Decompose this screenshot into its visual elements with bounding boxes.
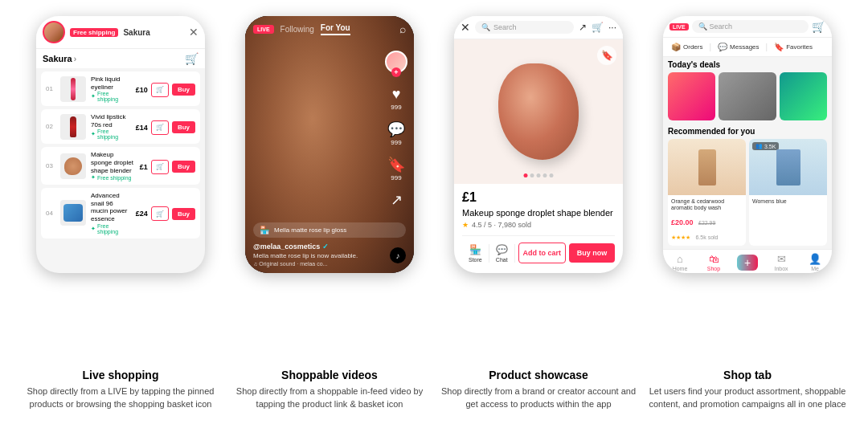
plus-icon: +: [737, 255, 758, 271]
rec-item-2[interactable]: 👥 3.5K Womens blue: [749, 139, 827, 246]
product-link-bar[interactable]: 🏪 Mella matte rose lip gloss: [253, 222, 406, 238]
search-bar[interactable]: 🔍 Search: [475, 21, 574, 34]
favorites-label: Favorites: [786, 43, 813, 51]
more-icon[interactable]: ···: [608, 22, 616, 33]
video-bottom-bar: 🏪 Mella matte rose lip gloss @melaa_cosm…: [245, 216, 414, 273]
deal-item-2[interactable]: [719, 72, 776, 120]
buy-button[interactable]: Buy: [172, 208, 195, 220]
deal-item-1[interactable]: [668, 72, 715, 120]
shop-icon: 🏪: [260, 226, 269, 234]
price-row: £1 🛒 Buy: [140, 160, 195, 174]
viewers-count: 3.5K: [764, 144, 776, 149]
creator-username[interactable]: @melaa_cosmetics ✓: [253, 243, 406, 251]
comment-button[interactable]: 💬 999: [387, 120, 405, 146]
viewers-icon: 👥: [755, 143, 763, 149]
feature-desc-3: Shop directly from a brand or creator ac…: [439, 385, 638, 411]
following-tab[interactable]: Following: [280, 25, 314, 34]
eyeliner-image: [60, 76, 86, 102]
sponge-image: [60, 153, 86, 179]
close-icon[interactable]: ✕: [461, 21, 470, 34]
rec-price-row-1: £20.00 £22.99: [671, 214, 743, 228]
shoppable-videos-label: Shoppable videos Shop directly from a sh…: [230, 369, 429, 411]
sakura-link[interactable]: Sakura: [43, 54, 72, 63]
cart-icon[interactable]: 🛒: [185, 52, 199, 65]
product-link-text: Mella matte rose lip gloss: [274, 226, 399, 234]
orders-nav-item[interactable]: 📦 Orders: [668, 41, 706, 53]
messages-icon: 💬: [718, 43, 727, 51]
phone1-wrapper: Free shipping Sakura ✕ Sakura › 🛒 01 Pin…: [36, 16, 205, 273]
phone2-wrapper: LIVE Following For You ⌕ + ♥ 999 💬 999: [245, 16, 414, 273]
share-button[interactable]: ↗: [391, 191, 403, 209]
recommended-grid: Orange & cedarwood aromatic body wash £2…: [668, 139, 827, 246]
rec-item-1[interactable]: Orange & cedarwood aromatic body wash £2…: [668, 139, 746, 246]
add-cart-icon[interactable]: 🛒: [151, 83, 169, 97]
add-to-cart-button[interactable]: Add to cart: [518, 243, 566, 263]
bookmark-button[interactable]: 🔖 999: [387, 156, 405, 181]
store-button[interactable]: 🏪 Store: [462, 244, 489, 263]
dot-1[interactable]: [524, 173, 528, 177]
shoppable-videos-col: LIVE Following For You ⌕ + ♥ 999 💬 999: [230, 16, 429, 359]
close-icon[interactable]: ✕: [189, 26, 199, 39]
dot-4[interactable]: [543, 173, 547, 177]
feature-title-3: Product showcase: [439, 369, 638, 381]
dot-5[interactable]: [550, 173, 554, 177]
add-cart-icon[interactable]: 🛒: [151, 160, 169, 174]
add-cart-icon[interactable]: 🛒: [151, 120, 169, 135]
product-price: £1: [462, 190, 615, 205]
follow-plus-icon[interactable]: +: [391, 67, 401, 77]
shop-nav-item[interactable]: 🛍 Shop: [697, 253, 731, 271]
jeans-image: [776, 149, 800, 186]
shop-tab-col: LIVE 🔍 Search 🛒 📦 Orders | 💬 Messages: [648, 16, 847, 359]
product-number: 02: [46, 123, 55, 130]
search-icon[interactable]: ⌕: [399, 22, 406, 35]
rec-product-info-1: Orange & cedarwood aromatic body wash £2…: [668, 195, 746, 246]
product-name: Advanced snail 96 mucin power essence: [91, 192, 131, 222]
live-username: Sakura: [123, 28, 149, 37]
product-price: £10: [136, 86, 148, 94]
buy-button[interactable]: Buy: [172, 161, 195, 173]
home-icon: ⌂: [677, 253, 683, 265]
rec-old-price-1: £22.99: [698, 220, 715, 226]
buy-now-button[interactable]: Buy now: [569, 243, 615, 263]
home-nav-item[interactable]: ⌂ Home: [663, 253, 697, 271]
image-dots: [524, 173, 554, 177]
messages-nav-item[interactable]: 💬 Messages: [714, 41, 762, 53]
rec-stars-1: ★★★★: [671, 234, 690, 240]
rating-text: 4.5 / 5 · 7,980 sold: [472, 221, 531, 229]
cart-icon[interactable]: 🛒: [592, 22, 604, 33]
add-cart-icon[interactable]: 🛒: [151, 206, 169, 221]
rec-product-info-2: Womens blue: [749, 195, 827, 210]
live-avatar: [43, 21, 65, 43]
me-nav-item[interactable]: 👤 Me: [798, 253, 832, 271]
live-shopping-label: Live shopping Shop directly from a LIVE …: [21, 369, 220, 411]
like-button[interactable]: ♥ 999: [391, 86, 401, 111]
share-icon[interactable]: ↗: [579, 22, 587, 33]
bottom-nav: ⌂ Home 🛍 Shop + ✉ Inbox 👤 Me: [663, 249, 832, 273]
rating-row: ★ 4.5 / 5 · 7,980 sold: [462, 221, 615, 229]
create-button[interactable]: +: [731, 255, 764, 271]
video-top-bar: LIVE Following For You ⌕: [245, 16, 414, 42]
search-bar[interactable]: 🔍 Search: [692, 20, 809, 33]
dot-2[interactable]: [530, 173, 534, 177]
me-label: Me: [811, 266, 819, 271]
product-number: 03: [46, 162, 55, 169]
shipping-label: ✦ Free shipping: [91, 223, 131, 234]
buy-button[interactable]: Buy: [172, 84, 195, 96]
favorites-nav-item[interactable]: 🔖 Favorites: [771, 41, 816, 53]
for-you-tab[interactable]: For You: [321, 23, 350, 35]
rec-product-image-1: [668, 139, 746, 195]
deal-item-3[interactable]: [780, 72, 827, 120]
bookmark-icon[interactable]: 🔖: [597, 46, 616, 65]
live-tag: LIVE: [253, 25, 274, 34]
phone1-live-header: Free shipping Sakura ✕: [36, 16, 205, 49]
store-icon: 🏪: [469, 244, 481, 255]
dot-3[interactable]: [537, 173, 541, 177]
cart-icon[interactable]: 🛒: [812, 20, 825, 33]
buy-button[interactable]: Buy: [172, 121, 195, 133]
right-action-bar: + ♥ 999 💬 999 🔖 999 ↗: [385, 51, 407, 209]
chat-button[interactable]: 💬 Chat: [489, 244, 515, 263]
feature-desc-1: Shop directly from a LIVE by tapping the…: [21, 385, 220, 411]
orders-icon: 📦: [671, 43, 681, 51]
inbox-nav-item[interactable]: ✉ Inbox: [764, 253, 798, 271]
feature-title-2: Shoppable videos: [230, 369, 429, 381]
